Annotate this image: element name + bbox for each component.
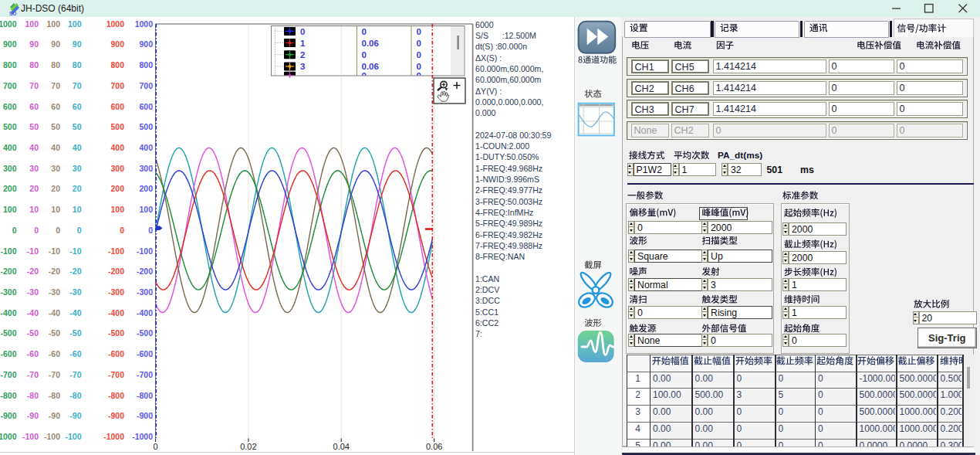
svg-text:-40: -40: [69, 308, 81, 317]
svg-text:-900: -900: [137, 411, 153, 420]
svg-text:0.04: 0.04: [333, 442, 350, 451]
svg-text:-200: -200: [137, 267, 153, 276]
svg-text:-30: -30: [49, 287, 60, 297]
svg-text:800: 800: [139, 60, 153, 70]
svg-text:20: 20: [51, 184, 60, 193]
svg-text:-40: -40: [49, 308, 60, 317]
svg-text:90: 90: [51, 39, 60, 49]
svg-text:100: 100: [25, 19, 39, 29]
svg-text:3: 3: [300, 62, 305, 71]
svg-text:0: 0: [417, 27, 421, 36]
svg-text:0: 0: [417, 50, 421, 59]
svg-text:2: 2: [300, 50, 305, 59]
svg-text:-100: -100: [137, 246, 153, 256]
svg-text:800: 800: [110, 60, 124, 70]
svg-text:-60: -60: [27, 349, 39, 358]
svg-text:10: 10: [73, 205, 82, 214]
svg-text:70: 70: [51, 81, 60, 90]
svg-text:0: 0: [120, 226, 124, 235]
svg-text:400: 400: [110, 143, 124, 152]
svg-text:600: 600: [3, 102, 17, 111]
svg-text:90: 90: [73, 39, 82, 49]
svg-text:40: 40: [29, 143, 39, 152]
svg-text:-50: -50: [69, 328, 81, 338]
svg-text:0: 0: [56, 226, 60, 235]
svg-text:900: 900: [3, 39, 17, 49]
svg-text:70: 70: [29, 81, 39, 90]
svg-text:300: 300: [139, 164, 153, 173]
svg-text:-50: -50: [49, 328, 60, 338]
svg-text:300: 300: [110, 164, 124, 173]
svg-text:70: 70: [73, 81, 82, 90]
svg-text:-70: -70: [27, 370, 39, 379]
svg-text:-700: -700: [137, 370, 153, 379]
svg-text:0: 0: [34, 226, 39, 235]
svg-text:0: 0: [417, 39, 421, 48]
svg-text:20: 20: [73, 184, 82, 193]
svg-text:400: 400: [139, 143, 153, 152]
svg-text:0.06: 0.06: [362, 62, 379, 71]
svg-text:0: 0: [362, 27, 367, 36]
svg-text:JH-DSO (64bit): JH-DSO (64bit): [21, 3, 84, 14]
svg-text:-400: -400: [0, 308, 16, 317]
svg-text:100: 100: [68, 19, 82, 29]
svg-text:-900: -900: [0, 411, 16, 420]
svg-text:400: 400: [3, 143, 17, 152]
svg-text:-800: -800: [0, 391, 16, 400]
svg-text:0: 0: [148, 226, 153, 235]
svg-text:SO: SO: [9, 11, 16, 16]
svg-text:-90: -90: [69, 411, 81, 420]
svg-text:40: 40: [51, 143, 60, 152]
svg-text:-800: -800: [108, 391, 124, 400]
svg-text:600: 600: [110, 102, 124, 111]
svg-text:-80: -80: [49, 391, 60, 400]
svg-text:100: 100: [46, 19, 60, 29]
svg-text:10: 10: [29, 205, 39, 214]
svg-text:0.06: 0.06: [362, 39, 379, 48]
svg-text:-100: -100: [0, 246, 16, 256]
svg-text:30: 30: [29, 164, 39, 173]
svg-text:-30: -30: [27, 287, 39, 297]
svg-text:500: 500: [110, 122, 124, 131]
svg-text:-300: -300: [137, 287, 153, 297]
svg-text:60: 60: [51, 102, 60, 111]
svg-text:-20: -20: [69, 267, 81, 276]
svg-text:-200: -200: [0, 267, 16, 276]
svg-text:900: 900: [110, 39, 124, 49]
svg-text:60: 60: [29, 102, 39, 111]
svg-text:-700: -700: [108, 370, 124, 379]
svg-text:1000: 1000: [106, 19, 125, 29]
svg-text:-90: -90: [27, 411, 39, 420]
svg-text:900: 900: [139, 39, 153, 49]
svg-text:700: 700: [3, 81, 17, 90]
svg-text:-300: -300: [0, 287, 16, 297]
svg-text:-600: -600: [137, 349, 153, 358]
svg-text:100: 100: [110, 205, 124, 214]
svg-text:100: 100: [139, 205, 153, 214]
svg-text:-1000: -1000: [103, 432, 124, 441]
svg-text:-40: -40: [27, 308, 39, 317]
svg-text:1000: 1000: [135, 19, 154, 29]
svg-text:80: 80: [51, 60, 60, 70]
svg-text:0: 0: [417, 62, 421, 71]
svg-text:0.02: 0.02: [240, 442, 256, 451]
svg-text:50: 50: [29, 122, 39, 131]
svg-text:500: 500: [139, 122, 153, 131]
svg-text:200: 200: [110, 184, 124, 193]
svg-text:200: 200: [3, 184, 17, 193]
svg-text:10: 10: [51, 205, 60, 214]
svg-text:-60: -60: [69, 349, 81, 358]
svg-text:60: 60: [73, 102, 82, 111]
svg-text:700: 700: [110, 81, 124, 90]
svg-text:-1000: -1000: [132, 432, 153, 441]
svg-text:50: 50: [51, 122, 60, 131]
svg-text:0: 0: [362, 50, 367, 59]
svg-text:1: 1: [300, 39, 306, 48]
svg-text:-80: -80: [69, 391, 81, 400]
svg-text:1000: 1000: [0, 19, 17, 29]
svg-text:-90: -90: [49, 411, 60, 420]
svg-text:40: 40: [73, 143, 82, 152]
svg-text:-1000: -1000: [0, 432, 17, 441]
svg-text:-200: -200: [108, 267, 124, 276]
svg-text:700: 700: [139, 81, 153, 90]
